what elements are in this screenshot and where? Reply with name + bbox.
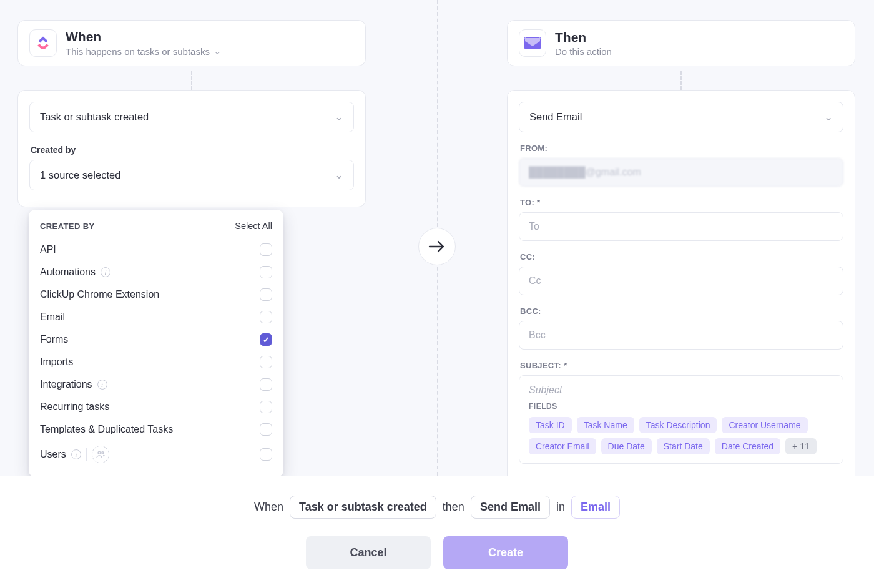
- more-fields-chip[interactable]: + 11: [785, 438, 817, 454]
- to-input[interactable]: To: [519, 212, 843, 241]
- automation-summary: When Task or subtask created then Send E…: [254, 496, 620, 519]
- action-select[interactable]: Send Email ⌄: [519, 102, 843, 132]
- footer-bar: When Task or subtask created then Send E…: [0, 476, 874, 588]
- create-button[interactable]: Create: [443, 536, 568, 569]
- created-by-option[interactable]: Imports: [40, 351, 272, 373]
- chevron-down-icon: ⌄: [824, 111, 833, 123]
- checkbox[interactable]: [260, 401, 272, 413]
- svg-point-1: [98, 451, 101, 454]
- fields-title: FIELDS: [529, 402, 833, 411]
- field-chip[interactable]: Task ID: [529, 417, 572, 433]
- info-icon[interactable]: i: [101, 267, 110, 277]
- created-by-option[interactable]: API: [40, 238, 272, 261]
- info-icon[interactable]: i: [97, 380, 107, 390]
- field-chip[interactable]: Due Date: [601, 438, 652, 454]
- clickup-logo-icon: [29, 29, 57, 57]
- subject-input[interactable]: Subject: [529, 385, 833, 396]
- checkbox[interactable]: [260, 266, 272, 278]
- field-chip[interactable]: Date Created: [715, 438, 780, 454]
- summary-trigger: Task or subtask created: [290, 496, 436, 519]
- field-chip[interactable]: Creator Username: [722, 417, 807, 433]
- then-title: Then: [555, 30, 612, 45]
- info-icon[interactable]: i: [71, 449, 81, 459]
- field-chip[interactable]: Task Description: [639, 417, 717, 433]
- subject-label: SUBJECT: *: [520, 361, 842, 370]
- when-title: When: [66, 29, 222, 44]
- created-by-label: Created by: [31, 145, 353, 155]
- when-subtitle[interactable]: This happens on tasks or subtasks ⌄: [66, 46, 222, 57]
- from-input[interactable]: ████████@gmail.com: [519, 158, 843, 187]
- created-by-option[interactable]: Templates & Duplicated Tasks: [40, 418, 272, 441]
- created-by-popover: CREATED BY Select All APIAutomationsiCli…: [29, 210, 283, 477]
- when-header[interactable]: When This happens on tasks or subtasks ⌄: [17, 20, 366, 66]
- email-icon: [519, 29, 546, 57]
- created-by-option[interactable]: Usersi: [40, 441, 272, 468]
- from-label: FROM:: [520, 144, 842, 153]
- then-subtitle: Do this action: [555, 46, 612, 57]
- flow-arrow: [418, 228, 456, 265]
- checkbox[interactable]: [260, 288, 272, 301]
- chevron-down-icon: ⌄: [335, 111, 343, 123]
- chevron-down-icon: ⌄: [335, 169, 343, 181]
- created-by-select[interactable]: 1 source selected ⌄: [29, 160, 354, 190]
- then-config: Send Email ⌄ FROM: ████████@gmail.com TO…: [507, 90, 855, 514]
- add-user-icon[interactable]: [92, 446, 109, 463]
- checkbox[interactable]: [260, 356, 272, 368]
- checkbox[interactable]: [260, 243, 272, 256]
- checkbox[interactable]: [260, 333, 272, 346]
- trigger-select[interactable]: Task or subtask created ⌄: [29, 102, 354, 132]
- select-all-link[interactable]: Select All: [235, 221, 272, 231]
- field-chip[interactable]: Start Date: [657, 438, 710, 454]
- popover-title: CREATED BY: [40, 222, 95, 231]
- summary-service: Email: [571, 496, 620, 519]
- to-label: TO: *: [520, 198, 842, 207]
- bcc-input[interactable]: Bcc: [519, 321, 843, 350]
- created-by-option[interactable]: Integrationsi: [40, 373, 272, 396]
- created-by-option[interactable]: Email: [40, 306, 272, 328]
- field-chip[interactable]: Task Name: [577, 417, 634, 433]
- created-by-option[interactable]: Recurring tasks: [40, 396, 272, 418]
- checkbox[interactable]: [260, 311, 272, 323]
- created-by-option[interactable]: Forms: [40, 328, 272, 351]
- svg-point-2: [102, 452, 104, 454]
- summary-action: Send Email: [471, 496, 550, 519]
- checkbox[interactable]: [260, 378, 272, 391]
- checkbox[interactable]: [260, 423, 272, 436]
- checkbox[interactable]: [260, 448, 272, 461]
- cancel-button[interactable]: Cancel: [306, 536, 431, 569]
- created-by-option[interactable]: ClickUp Chrome Extension: [40, 283, 272, 306]
- subject-box[interactable]: Subject FIELDS Task IDTask NameTask Desc…: [519, 375, 843, 464]
- created-by-option[interactable]: Automationsi: [40, 261, 272, 283]
- cc-input[interactable]: Cc: [519, 267, 843, 295]
- then-header: Then Do this action: [507, 20, 855, 66]
- chevron-down-icon: ⌄: [214, 46, 222, 57]
- bcc-label: BCC:: [520, 306, 842, 316]
- cc-label: CC:: [520, 252, 842, 262]
- field-chip[interactable]: Creator Email: [529, 438, 596, 454]
- when-config: Task or subtask created ⌄ Created by 1 s…: [17, 90, 366, 207]
